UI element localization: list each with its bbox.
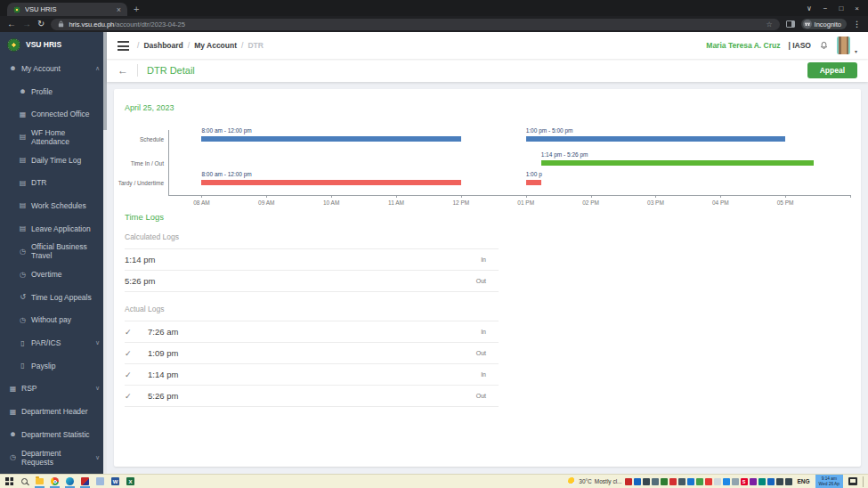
chart-row-label: Schedule: [140, 136, 164, 142]
sidebar-item-department-requests[interactable]: ◷ Department Requests ∨: [0, 446, 107, 469]
tray-icon[interactable]: [776, 478, 783, 485]
breadcrumb-item-my-account[interactable]: My Account: [188, 41, 237, 50]
taskbar-app[interactable]: [2, 475, 17, 488]
window-menu-icon[interactable]: ∨: [807, 4, 812, 12]
tray-icon[interactable]: S: [741, 478, 748, 485]
sidebar-item-overtime[interactable]: ◷ Overtime: [0, 263, 107, 286]
sidebar-item-time-log-appeals[interactable]: ↺ Time Log Appeals: [0, 286, 107, 309]
minimize-icon[interactable]: −: [823, 4, 828, 12]
sidebar-item-without-pay[interactable]: ◷ Without pay: [0, 309, 107, 332]
user-name[interactable]: Maria Teresa A. Cruz: [706, 41, 780, 50]
tray-icon[interactable]: [625, 478, 632, 485]
chart-tick: [266, 195, 267, 198]
sidebar-item-payslip[interactable]: ▯ Payslip: [0, 354, 107, 378]
language-indicator[interactable]: ENG: [798, 478, 810, 484]
sidebar-scrollbar[interactable]: [103, 32, 107, 474]
forward-icon[interactable]: →: [22, 20, 31, 28]
sidebar-item-connected-office[interactable]: ▦ Connected Office: [0, 102, 107, 126]
taskbar-app-icon: [96, 477, 104, 485]
log-direction: In: [481, 371, 499, 378]
side-panel-icon[interactable]: [786, 20, 795, 28]
taskbar-app[interactable]: [62, 475, 77, 488]
sidebar-item-icon: ◷: [9, 453, 17, 461]
tray-icon[interactable]: [705, 478, 712, 485]
actual-logs-heading: Actual Logs: [125, 305, 499, 321]
sidebar-item-label: Department Requests: [21, 449, 91, 467]
user-role: | IASO: [788, 41, 811, 50]
window-close-icon[interactable]: ×: [855, 4, 859, 12]
back-icon[interactable]: ←: [7, 20, 16, 28]
sidebar-item-rsp[interactable]: ▦ RSP ∨: [0, 378, 107, 401]
log-time: 1:09 pm: [148, 348, 178, 358]
log-direction: Out: [476, 393, 499, 399]
chevron-icon: ∧: [95, 65, 100, 72]
tray-icon[interactable]: [669, 478, 677, 485]
content-area: April 25, 2023 ScheduleTime In / OutTard…: [107, 82, 868, 474]
browser-tab[interactable]: VSU HRIS ×: [7, 3, 127, 16]
browser-toolbar: ← → ↻ hris.vsu.edu.ph/account/dtr/2023-0…: [0, 16, 868, 32]
sidebar-item-leave-application[interactable]: ▤ Leave Application: [0, 217, 107, 240]
browser-menu-icon[interactable]: ⋮: [853, 20, 861, 28]
sidebar-item-daily-time-log[interactable]: ▤ Daily Time Log: [0, 149, 107, 172]
breadcrumb: DashboardMy AccountDTR: [137, 41, 264, 50]
avatar[interactable]: [837, 37, 850, 54]
sidebar-item-label: Department Statistic: [21, 430, 90, 439]
tray-icon[interactable]: [661, 478, 668, 485]
tray-icon[interactable]: [714, 478, 721, 485]
sidebar-item-department-statistic[interactable]: ☻ Department Statistic: [0, 423, 107, 446]
sidebar-item-icon: ▤: [19, 201, 27, 209]
sidebar-item-work-schedules[interactable]: ▤ Work Schedules: [0, 194, 107, 217]
sidebar-item-icon: ☻: [9, 430, 17, 438]
sidebar-item-profile[interactable]: ☻ Profile: [0, 80, 107, 103]
sidebar-item-dtr[interactable]: ▤ DTR: [0, 171, 107, 194]
maximize-icon[interactable]: □: [839, 4, 843, 12]
taskbar-app[interactable]: [17, 475, 32, 488]
sidebar-item-wf-home-attendance[interactable]: ▤ WF Home Attendance: [0, 126, 107, 149]
bell-icon[interactable]: [819, 41, 829, 51]
chart-tick-label: 02 PM: [582, 199, 599, 206]
show-desktop-button[interactable]: [863, 476, 864, 487]
action-center-icon[interactable]: [848, 477, 857, 485]
sidebar-item-official-business-travel[interactable]: ◷ Official Business Travel: [0, 240, 107, 264]
sidebar-item-par-ics[interactable]: ▯ PAR/ICS ∨: [0, 331, 107, 354]
taskbar-app-icon: [36, 478, 44, 484]
tray-icon[interactable]: [785, 478, 792, 485]
tray-icon[interactable]: [758, 478, 766, 485]
bookmark-star-icon[interactable]: ☆: [766, 20, 772, 28]
taskbar-app[interactable]: [77, 475, 93, 488]
log-row: ✓ 5:26 pm Out: [125, 386, 499, 407]
new-tab-button[interactable]: +: [134, 4, 139, 14]
tray-icon[interactable]: [723, 478, 730, 485]
taskbar-app[interactable]: W: [108, 475, 123, 488]
tray-icon[interactable]: [750, 478, 757, 485]
weather-widget[interactable]: 30°C Mostly cl...: [568, 477, 621, 485]
taskbar-app-icon: [51, 477, 59, 485]
address-bar[interactable]: hris.vsu.edu.ph/account/dtr/2023-04-25 ☆: [51, 19, 779, 30]
taskbar-clock[interactable]: 9:14 am Wed 26 Ap: [815, 475, 843, 488]
reload-icon[interactable]: ↻: [37, 20, 45, 28]
avatar-caret-icon[interactable]: ▾: [855, 48, 857, 54]
sidebar-item-icon: ☻: [9, 64, 17, 72]
tray-icon[interactable]: [634, 478, 641, 485]
tray-icon[interactable]: [678, 478, 685, 485]
breadcrumb-item-dtr[interactable]: DTR: [241, 41, 264, 50]
appeal-button[interactable]: Appeal: [807, 62, 857, 78]
tray-icon[interactable]: [767, 478, 775, 485]
sidebar-item-my-account[interactable]: ☻ My Account ∧: [0, 57, 107, 80]
taskbar-app[interactable]: [93, 475, 108, 488]
tray-icon[interactable]: [652, 478, 659, 485]
hamburger-menu-icon[interactable]: [118, 41, 129, 51]
taskbar-app[interactable]: [32, 475, 47, 488]
log-time: 1:14 pm: [148, 370, 178, 379]
sidebar-item-department-header[interactable]: ▦ Department Header: [0, 400, 107, 423]
tray-icon[interactable]: [687, 478, 694, 485]
tray-icon[interactable]: [696, 478, 703, 485]
tab-close-icon[interactable]: ×: [117, 5, 121, 14]
tray-icon[interactable]: [643, 478, 650, 485]
taskbar-app[interactable]: X: [123, 475, 138, 488]
chart-tick-label: 12 PM: [452, 199, 469, 206]
tray-icon[interactable]: [732, 478, 739, 485]
taskbar-app[interactable]: [47, 475, 62, 488]
page-back-icon[interactable]: ←: [118, 64, 128, 77]
breadcrumb-item-dashboard[interactable]: Dashboard: [137, 41, 183, 50]
